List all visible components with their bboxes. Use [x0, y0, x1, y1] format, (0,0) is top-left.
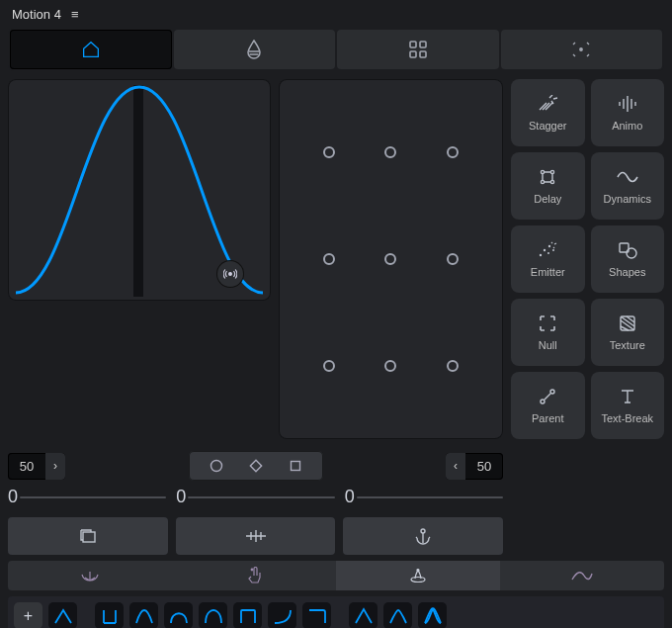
svg-rect-2 — [410, 51, 416, 57]
slider-3[interactable]: 0 — [345, 487, 503, 507]
tab-water[interactable] — [174, 30, 336, 69]
left-value: 50 — [8, 453, 45, 480]
ease-preset-10[interactable] — [383, 602, 412, 628]
shape-diamond[interactable] — [236, 455, 276, 477]
align-anchor[interactable] — [343, 517, 503, 555]
null-icon — [539, 314, 556, 333]
menu-icon[interactable]: ≡ — [71, 7, 79, 22]
ease-row: + — [8, 596, 664, 628]
svg-point-20 — [550, 390, 554, 394]
mode-touch[interactable] — [172, 561, 336, 590]
shape-circle[interactable] — [197, 455, 236, 477]
svg-rect-1 — [420, 42, 426, 47]
svg-point-6 — [229, 273, 232, 276]
ease-preset-11[interactable] — [418, 602, 447, 628]
svg-point-28 — [417, 570, 419, 572]
right-value-box[interactable]: ‹ 50 — [446, 453, 503, 480]
anchor-bl[interactable] — [323, 360, 335, 372]
mode-curve[interactable] — [500, 561, 664, 590]
tool-parent[interactable]: Parent — [511, 372, 585, 439]
add-ease-button[interactable]: + — [14, 602, 42, 628]
tool-label: Null — [539, 339, 557, 351]
ease-preset-7[interactable] — [268, 602, 296, 628]
svg-point-8 — [551, 170, 554, 173]
ease-preset-3[interactable] — [129, 602, 158, 628]
ease-preset-4[interactable] — [164, 602, 193, 628]
tool-texture[interactable]: Texture — [591, 299, 665, 366]
ease-preset-8[interactable] — [302, 602, 331, 628]
parent-icon — [539, 387, 556, 406]
svg-rect-22 — [250, 460, 261, 471]
right-value-step[interactable]: ‹ — [446, 453, 465, 480]
anchor-bc[interactable] — [384, 360, 396, 372]
left-value-step[interactable]: › — [45, 453, 65, 480]
tool-label: Text-Break — [601, 412, 653, 424]
tool-shapes[interactable]: Shapes — [591, 225, 665, 293]
align-distribute[interactable] — [176, 517, 336, 555]
tool-animo[interactable]: Animo — [591, 79, 665, 146]
anchor-grid — [279, 79, 503, 439]
svg-rect-24 — [83, 532, 95, 542]
svg-point-27 — [411, 578, 425, 583]
tool-delay[interactable]: Delay — [511, 152, 585, 220]
tab-focus[interactable] — [501, 30, 663, 69]
svg-point-12 — [544, 249, 546, 251]
shapes-icon — [618, 240, 637, 260]
anchor-ml[interactable] — [323, 253, 335, 265]
tool-label: Emitter — [531, 266, 565, 278]
textbreak-icon — [619, 387, 636, 406]
right-value: 50 — [465, 453, 503, 480]
easing-graph[interactable] — [8, 79, 271, 301]
tool-label: Animo — [612, 120, 642, 132]
left-value-box[interactable]: 50 › — [8, 453, 65, 480]
anchor-tr[interactable] — [447, 146, 459, 158]
tool-label: Stagger — [529, 120, 567, 132]
top-nav — [8, 28, 664, 71]
ease-preset-6[interactable] — [233, 602, 262, 628]
texture-icon — [619, 314, 636, 333]
tool-grid: Stagger Animo Delay Dynamics Emitter Sha… — [511, 79, 664, 439]
svg-point-17 — [627, 248, 636, 258]
tool-null[interactable]: Null — [511, 299, 585, 366]
tab-grid[interactable] — [337, 30, 499, 69]
animo-icon — [618, 94, 637, 114]
tool-emitter[interactable]: Emitter — [511, 225, 585, 293]
tool-dynamics[interactable]: Dynamics — [591, 152, 665, 220]
anchor-mr[interactable] — [447, 253, 459, 265]
delay-icon — [539, 167, 556, 187]
ease-preset-9[interactable] — [349, 602, 378, 628]
tool-textbreak[interactable]: Text-Break — [591, 372, 665, 439]
shape-square[interactable] — [276, 455, 315, 477]
mode-fan[interactable] — [8, 561, 172, 590]
slider-2[interactable]: 0 — [176, 487, 334, 507]
emitter-icon — [538, 240, 557, 260]
anchor-br[interactable] — [447, 360, 459, 372]
svg-point-19 — [541, 400, 545, 404]
mode-spring[interactable] — [336, 561, 500, 590]
tab-home[interactable] — [10, 30, 172, 69]
svg-point-14 — [547, 252, 549, 254]
svg-point-26 — [251, 569, 253, 571]
ease-preset-5[interactable] — [199, 602, 227, 628]
ease-preset-1[interactable] — [48, 602, 77, 628]
svg-rect-0 — [410, 42, 416, 47]
ease-preset-2[interactable] — [95, 602, 124, 628]
align-trim[interactable] — [8, 517, 168, 555]
anchor-mc[interactable] — [384, 253, 396, 265]
svg-point-10 — [551, 180, 554, 183]
app-title: Motion 4 — [12, 7, 61, 22]
svg-point-9 — [542, 180, 545, 183]
svg-point-25 — [421, 529, 425, 533]
svg-point-13 — [548, 245, 550, 247]
svg-rect-5 — [133, 85, 143, 297]
tool-label: Shapes — [609, 266, 645, 278]
anchor-tc[interactable] — [384, 146, 396, 158]
mode-row — [8, 561, 664, 590]
anchor-tl[interactable] — [323, 146, 335, 158]
svg-point-7 — [542, 170, 545, 173]
slider-1[interactable]: 0 — [8, 487, 166, 507]
stagger-icon — [537, 94, 558, 114]
shape-segment — [189, 451, 323, 481]
tool-stagger[interactable]: Stagger — [511, 79, 585, 146]
signal-icon[interactable] — [217, 261, 243, 287]
